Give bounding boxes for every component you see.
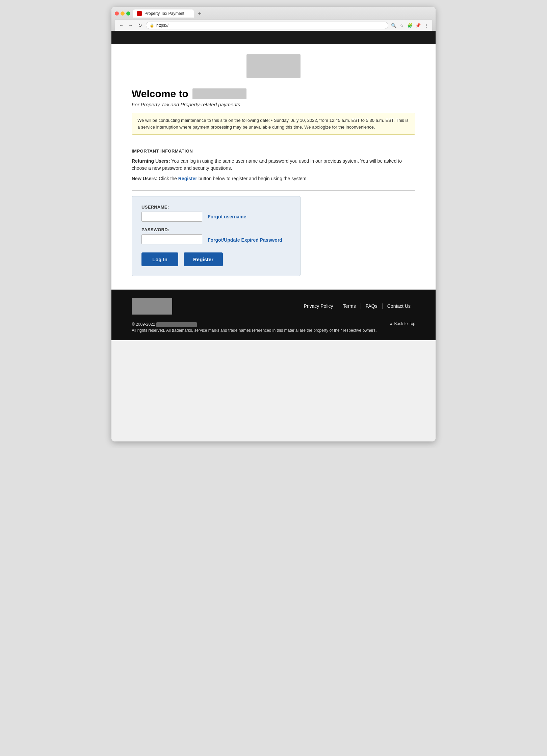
username-label: USERNAME: bbox=[141, 205, 291, 210]
company-name-blurred bbox=[156, 322, 197, 327]
back-to-top-link[interactable]: ▲ Back to Top bbox=[389, 321, 415, 326]
maintenance-text: We will be conducting maintenance to thi… bbox=[137, 118, 409, 130]
username-row: Forgot username bbox=[141, 212, 291, 222]
tab-title: Property Tax Payment bbox=[145, 11, 184, 16]
address-bar[interactable]: 🔒 https:// bbox=[146, 22, 388, 29]
username-input[interactable] bbox=[141, 212, 202, 222]
footer-nav: Privacy Policy Terms FAQs Contact Us bbox=[299, 303, 415, 309]
browser-chrome: Property Tax Payment + ← → ↻ 🔒 https:// … bbox=[111, 7, 436, 31]
page-remainder bbox=[111, 340, 436, 441]
maintenance-notice: We will be conducting maintenance to thi… bbox=[132, 113, 415, 135]
lock-icon: 🔒 bbox=[150, 23, 154, 28]
site-logo bbox=[246, 54, 301, 78]
footer-bottom: © 2009-2022 All rights reserved. All tra… bbox=[132, 321, 415, 333]
returning-users-label: Returning Users: bbox=[132, 158, 170, 164]
browser-dots bbox=[115, 11, 130, 16]
username-group: USERNAME: Forgot username bbox=[141, 205, 291, 222]
extension-icon-1[interactable]: 🧩 bbox=[407, 22, 413, 29]
new-users-text-after: button below to register and begin using… bbox=[199, 176, 308, 181]
new-users-text-before: Click the bbox=[159, 176, 178, 181]
important-info-title: IMPORTANT INFORMATION bbox=[132, 148, 415, 154]
login-form: USERNAME: Forgot username PASSWORD: Forg… bbox=[132, 196, 301, 276]
password-input[interactable] bbox=[141, 234, 202, 244]
footer-top: Privacy Policy Terms FAQs Contact Us bbox=[132, 298, 415, 315]
login-button[interactable]: Log In bbox=[141, 252, 178, 266]
forgot-username-link[interactable]: Forgot username bbox=[208, 214, 246, 219]
back-button[interactable]: ← bbox=[118, 22, 125, 29]
zoom-icon[interactable]: 🔍 bbox=[390, 22, 397, 29]
site-footer: Privacy Policy Terms FAQs Contact Us © 2… bbox=[111, 290, 436, 340]
contact-us-link[interactable]: Contact Us bbox=[383, 303, 415, 309]
form-actions: Log In Register bbox=[141, 252, 291, 266]
site-topbar bbox=[111, 31, 436, 44]
new-tab-button[interactable]: + bbox=[198, 10, 202, 17]
faqs-link[interactable]: FAQs bbox=[361, 303, 383, 309]
password-label: PASSWORD: bbox=[141, 227, 291, 232]
page-content: Welcome to For Property Tax and Property… bbox=[111, 44, 436, 276]
terms-link[interactable]: Terms bbox=[338, 303, 361, 309]
password-group: PASSWORD: Forgot/Update Expired Password bbox=[141, 227, 291, 244]
new-users-label: New Users: bbox=[132, 176, 157, 181]
site-name-blurred bbox=[192, 88, 246, 99]
bookmark-icon[interactable]: ☆ bbox=[398, 22, 405, 29]
welcome-section: Welcome to For Property Tax and Property… bbox=[132, 88, 415, 135]
footer-logo bbox=[132, 298, 172, 315]
welcome-subtitle: For Property Tax and Property-related pa… bbox=[132, 102, 415, 107]
password-row: Forgot/Update Expired Password bbox=[141, 234, 291, 244]
close-window-dot[interactable] bbox=[115, 11, 119, 16]
extension-icon-2[interactable]: 📌 bbox=[415, 22, 421, 29]
browser-nav-icons: 🔍 ☆ 🧩 📌 ⋮ bbox=[390, 22, 429, 29]
welcome-prefix: Welcome to bbox=[132, 88, 188, 100]
footer-rights-text: All rights reserved. All trademarks, ser… bbox=[132, 328, 377, 333]
address-bar-text: https:// bbox=[156, 23, 168, 28]
logo-area bbox=[132, 54, 415, 78]
forward-button[interactable]: → bbox=[127, 22, 134, 29]
divider-1 bbox=[132, 143, 415, 143]
returning-users-paragraph: Returning Users: You can log in using th… bbox=[132, 158, 415, 172]
register-button[interactable]: Register bbox=[184, 252, 223, 266]
privacy-policy-link[interactable]: Privacy Policy bbox=[299, 303, 338, 309]
reload-button[interactable]: ↻ bbox=[136, 22, 144, 29]
footer-copyright: © 2009-2022 All rights reserved. All tra… bbox=[132, 321, 377, 333]
browser-nav-bar: ← → ↻ 🔒 https:// 🔍 ☆ 🧩 📌 ⋮ bbox=[115, 20, 432, 31]
more-button[interactable]: ⋮ bbox=[423, 22, 429, 29]
browser-title-bar: Property Tax Payment + bbox=[115, 9, 432, 18]
browser-tab[interactable]: Property Tax Payment bbox=[133, 9, 194, 18]
returning-users-text: You can log in using the same user name … bbox=[132, 158, 402, 171]
maximize-window-dot[interactable] bbox=[126, 11, 130, 16]
minimize-window-dot[interactable] bbox=[121, 11, 125, 16]
welcome-title: Welcome to bbox=[132, 88, 415, 100]
register-link-inline[interactable]: Register bbox=[178, 176, 197, 181]
browser-window: Property Tax Payment + ← → ↻ 🔒 https:// … bbox=[111, 7, 436, 441]
new-users-paragraph: New Users: Click the Register button bel… bbox=[132, 175, 415, 182]
tab-favicon bbox=[137, 11, 142, 16]
divider-2 bbox=[132, 190, 415, 191]
copyright-text: © 2009-2022 bbox=[132, 322, 155, 327]
forgot-password-link[interactable]: Forgot/Update Expired Password bbox=[208, 237, 282, 243]
important-info-section: IMPORTANT INFORMATION Returning Users: Y… bbox=[132, 148, 415, 182]
